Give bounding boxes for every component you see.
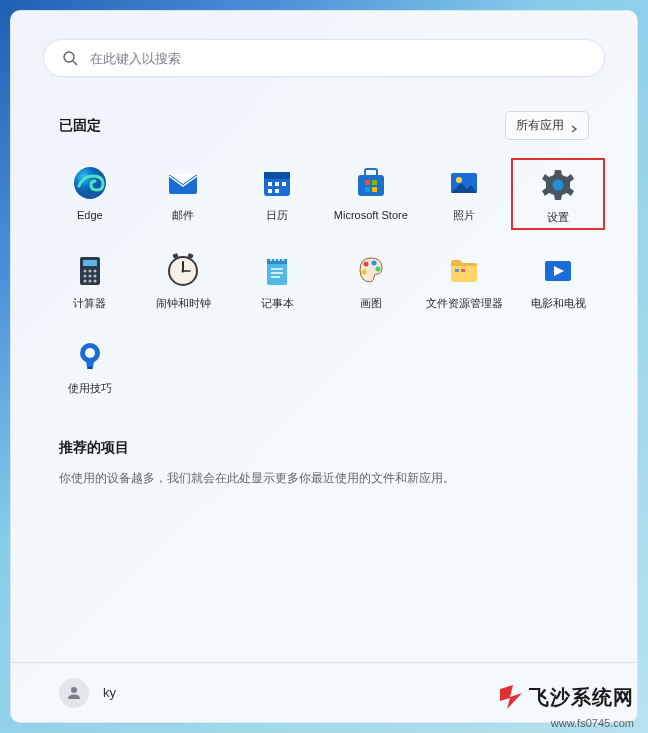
- notepad-icon: [258, 252, 296, 290]
- svg-point-35: [182, 270, 185, 273]
- app-calendar[interactable]: 日历: [230, 158, 324, 230]
- app-label: 画图: [360, 296, 382, 310]
- svg-rect-7: [268, 182, 272, 186]
- app-mail[interactable]: 邮件: [137, 158, 231, 230]
- pinned-apps-grid: Edge 邮件 日历 Microsoft Store 照片: [11, 150, 637, 399]
- app-explorer[interactable]: 文件资源管理器: [418, 246, 512, 314]
- svg-point-46: [282, 259, 284, 261]
- watermark-url: www.fs0745.com: [551, 717, 634, 729]
- svg-point-25: [93, 270, 96, 273]
- app-label: Edge: [77, 208, 103, 222]
- app-clock[interactable]: 闹钟和时钟: [137, 246, 231, 314]
- svg-rect-52: [461, 269, 465, 272]
- svg-rect-11: [275, 189, 279, 193]
- svg-point-24: [88, 270, 91, 273]
- svg-point-27: [88, 275, 91, 278]
- recommended-description: 你使用的设备越多，我们就会在此处显示更多你最近使用的文件和新应用。: [59, 469, 589, 488]
- chevron-right-icon: [570, 122, 578, 130]
- svg-point-45: [278, 259, 280, 261]
- app-tips[interactable]: 使用技巧: [43, 331, 137, 399]
- edge-icon: [71, 164, 109, 202]
- svg-point-30: [88, 280, 91, 283]
- app-store[interactable]: Microsoft Store: [324, 158, 418, 230]
- svg-rect-15: [365, 187, 370, 192]
- search-input[interactable]: [90, 51, 586, 66]
- folder-icon: [445, 252, 483, 290]
- photos-icon: [445, 164, 483, 202]
- app-label: 邮件: [172, 208, 194, 222]
- svg-point-23: [83, 270, 86, 273]
- svg-point-58: [71, 687, 77, 693]
- svg-marker-59: [500, 685, 522, 709]
- calendar-icon: [258, 164, 296, 202]
- svg-rect-51: [455, 269, 459, 272]
- svg-rect-14: [372, 180, 377, 185]
- start-menu-panel: 已固定 所有应用 Edge 邮件 日历: [10, 10, 638, 723]
- all-apps-label: 所有应用: [516, 117, 564, 134]
- app-edge[interactable]: Edge: [43, 158, 137, 230]
- svg-rect-10: [268, 189, 272, 193]
- svg-rect-16: [372, 187, 377, 192]
- avatar[interactable]: [59, 678, 89, 708]
- app-label: 日历: [266, 208, 288, 222]
- search-icon: [62, 50, 78, 66]
- svg-point-26: [83, 275, 86, 278]
- username[interactable]: ky: [103, 685, 116, 700]
- svg-point-49: [375, 267, 380, 272]
- app-movies[interactable]: 电影和电视: [511, 246, 605, 314]
- movies-icon: [539, 252, 577, 290]
- svg-point-18: [456, 177, 462, 183]
- svg-rect-8: [275, 182, 279, 186]
- svg-point-44: [274, 259, 276, 261]
- svg-point-31: [93, 280, 96, 283]
- app-label: 照片: [453, 208, 475, 222]
- svg-rect-6: [264, 172, 290, 179]
- app-label: 电影和电视: [531, 296, 586, 310]
- pinned-title: 已固定: [59, 117, 101, 135]
- gear-icon: [539, 166, 577, 204]
- svg-point-47: [363, 262, 368, 267]
- tips-icon: [71, 337, 109, 375]
- svg-point-28: [93, 275, 96, 278]
- app-label: 使用技巧: [68, 381, 112, 395]
- app-settings[interactable]: 设置: [511, 158, 605, 230]
- calculator-icon: [71, 252, 109, 290]
- svg-point-20: [553, 180, 564, 191]
- all-apps-button[interactable]: 所有应用: [505, 111, 589, 140]
- recommended-title: 推荐的项目: [59, 439, 589, 457]
- svg-rect-39: [267, 259, 287, 264]
- svg-rect-9: [282, 182, 286, 186]
- svg-point-48: [371, 261, 376, 266]
- watermark-brand: 飞沙系统网: [497, 683, 634, 711]
- paint-icon: [352, 252, 390, 290]
- svg-line-1: [73, 61, 77, 65]
- recommended-section: 推荐的项目 你使用的设备越多，我们就会在此处显示更多你最近使用的文件和新应用。: [59, 439, 589, 488]
- app-paint[interactable]: 画图: [324, 246, 418, 314]
- mail-icon: [164, 164, 202, 202]
- store-icon: [352, 164, 390, 202]
- svg-point-43: [270, 259, 272, 261]
- app-calculator[interactable]: 计算器: [43, 246, 137, 314]
- app-label: Microsoft Store: [334, 208, 408, 222]
- svg-point-50: [361, 270, 366, 275]
- svg-rect-22: [83, 260, 97, 266]
- svg-point-29: [83, 280, 86, 283]
- search-bar[interactable]: [43, 39, 605, 77]
- svg-point-0: [64, 52, 74, 62]
- svg-point-56: [85, 348, 95, 358]
- app-label: 设置: [547, 210, 569, 224]
- svg-rect-13: [365, 180, 370, 185]
- svg-rect-57: [87, 367, 93, 369]
- app-notepad[interactable]: 记事本: [230, 246, 324, 314]
- app-photos[interactable]: 照片: [418, 158, 512, 230]
- clock-icon: [164, 252, 202, 290]
- app-label: 闹钟和时钟: [156, 296, 211, 310]
- app-label: 记事本: [261, 296, 294, 310]
- app-label: 计算器: [73, 296, 106, 310]
- app-label: 文件资源管理器: [426, 296, 503, 310]
- svg-rect-12: [358, 175, 384, 196]
